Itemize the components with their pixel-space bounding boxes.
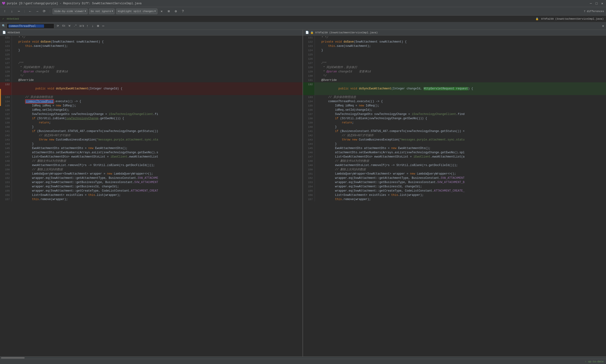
title-bar: 💜 purple [D:\gant\shangq\purple] - Repos… <box>0 0 606 7</box>
close-btn[interactable]: ✕ <box>600 2 604 5</box>
table-row: 156 List<SvwAttachment> existFiles = thi… <box>0 193 303 197</box>
table-row: 145 EwoAttachmentDto attachmentDto = new… <box>303 146 606 150</box>
help-icon[interactable]: ? <box>180 9 186 14</box>
search-word-btn[interactable]: W <box>67 24 71 28</box>
viewer-dropdown[interactable]: Side-by-side viewer ▼ <box>53 9 88 14</box>
window-title: purple [D:\gant\shangq\purple] - Reposit… <box>7 2 142 5</box>
nav-more-btn[interactable]: ⋯ <box>16 9 22 14</box>
table-row: 126 <box>303 57 606 61</box>
minimize-btn[interactable]: ─ <box>589 2 593 5</box>
table-row: 133 // 异步保存附照信息 <box>0 95 303 99</box>
status-text: ↑ up-to-date <box>585 360 604 363</box>
horizontal-scrollbar-thumb[interactable] <box>1 357 25 359</box>
right-commit-hash: 🔒 <box>536 17 539 20</box>
table-row: 150 // 删除上次同步的数据 <box>303 168 606 172</box>
search-close-btn[interactable]: ✕ <box>602 24 604 28</box>
left-file-path: 465e53e8 <box>7 31 20 34</box>
table-row: 133 // 异步保存附照信息 <box>303 95 606 99</box>
table-row: 151 LambdaQueryWrapper<SvwAttachment> wr… <box>303 172 606 176</box>
table-row: 155 wrapper.eq(SvwAttachment::getCreateT… <box>303 189 606 193</box>
table-row: 124 } <box>0 48 303 52</box>
checkmark-icon: ✓ <box>2 17 4 21</box>
viewer-label: Side-by-side viewer <box>54 10 84 13</box>
search-refresh-btn[interactable]: ⟳ <box>56 24 60 28</box>
toolbar: ↑ ↓ ⋯ | ← → ⟳ | Side-by-side viewer ▼ Do… <box>0 7 606 16</box>
table-row: 157 this.remove(wrapper); <box>303 197 606 202</box>
grid-icon[interactable]: ⊞ <box>166 9 172 14</box>
highlight-dropdown[interactable]: Highlight split changes ▼ <box>116 9 157 14</box>
table-row: 125 <box>303 52 606 57</box>
diff-container: 📄 465e53e8 121 * */ 122 private void doS… <box>0 30 606 359</box>
back-btn[interactable]: ← <box>27 9 33 14</box>
close-diff-btn[interactable]: ✕ <box>159 9 164 14</box>
table-row: 143 throw new CustomBusinessException("m… <box>303 138 606 142</box>
table-row: 151 LambdaQueryWrapper<SvwAttachment> wr… <box>0 172 303 176</box>
table-row: 130 */ <box>303 74 606 78</box>
table-row: 153 wrapper.eq(SvwAttachment::getBusines… <box>0 180 303 184</box>
search-icon: 🔍 <box>2 24 5 28</box>
app-icon: 💜 <box>2 2 5 5</box>
status-bar: ↑ up-to-date <box>0 359 606 364</box>
table-row: 140 } <box>303 125 606 129</box>
table-row: 149 ewoAttachmentDtoList.removeIf(rs -> … <box>303 163 606 168</box>
scrollbar-area[interactable] <box>0 356 606 359</box>
table-row: 135 IdReq idReq = new IdReq(); <box>0 104 303 108</box>
table-row: 130 */ <box>0 74 303 78</box>
table-row: 157 this.remove(wrapper); <box>0 197 303 202</box>
table-row: 122 private void doSave(SvwAttachment sv… <box>303 40 606 44</box>
left-panel-header: 📄 465e53e8 <box>0 30 303 36</box>
left-panel: 📄 465e53e8 121 * */ 122 private void doS… <box>0 30 303 359</box>
search-input-wrapper[interactable] <box>7 23 54 29</box>
table-row: 126 <box>0 57 303 61</box>
search-prev-btn[interactable]: ↑ <box>85 24 89 28</box>
table-row: 121 * */ <box>303 36 606 40</box>
commit-bar: ✓ 465e53e8 🔒 979fa239 (SvwAttachmentServ… <box>0 16 606 22</box>
maximize-btn[interactable]: □ <box>595 2 598 5</box>
search-case-btn[interactable]: Cc <box>61 24 67 28</box>
table-row: 145 EwoAttachmentDto attachmentDto = new… <box>0 146 303 150</box>
search-bar: 🔍 ⟳ Cc W .* 3/3 ↑ ↓ ⊞ ⋯ ✕ <box>0 22 606 30</box>
table-row: 144 } <box>0 142 303 146</box>
search-options: ⟳ Cc W .* <box>56 24 78 28</box>
right-panel: 📄 🔒 979fa239 (SvwAttachmentServiceImpl.j… <box>303 30 606 359</box>
table-row: 139 return; <box>303 121 606 125</box>
table-row: 123 this.save(svwAttachment); <box>0 44 303 48</box>
table-row: 122 private void doSave(SvwAttachment sv… <box>0 40 303 44</box>
table-row: 134 commonThreadPool.execute(() -> { <box>0 99 303 104</box>
nav-down-btn[interactable]: ↓ <box>9 9 15 14</box>
viewer-arrow-icon: ▼ <box>85 10 86 13</box>
table-row: 148 // 删除文件id为空的数据 <box>303 159 606 163</box>
nav-up-btn[interactable]: ↑ <box>2 9 8 14</box>
settings-icon[interactable]: ⚙ <box>173 9 179 14</box>
search-regex-btn[interactable]: .* <box>72 24 78 28</box>
table-row: 123 this.save(svwAttachment); <box>303 44 606 48</box>
table-row: 154 wrapper.eq(SvwAttachment::getBusines… <box>303 184 606 189</box>
forward-btn[interactable]: → <box>34 9 40 14</box>
table-row: 142 // 状态码<487才可操作 <box>0 133 303 138</box>
table-row: 147 List<EwoAttachmentDto> ewoAttachment… <box>303 155 606 159</box>
refresh-btn[interactable]: ⟳ <box>41 9 47 14</box>
highlight-arrow-icon: ▼ <box>154 10 156 13</box>
right-commit-label: 🔒 979fa239 (SvwAttachmentServiceImpl.jav… <box>310 31 378 34</box>
table-row: 131 @Override <box>303 78 606 82</box>
right-file-icon: 📄 <box>305 31 309 34</box>
search-next-btn[interactable]: ↓ <box>91 24 94 28</box>
search-options-btn[interactable]: ⋯ <box>101 23 105 28</box>
table-row: 128 * 同步EWO附件，异步执行 <box>0 65 303 69</box>
search-filter-btn[interactable]: ⊞ <box>96 23 100 28</box>
table-row: 134 commonThreadPool.execute(() -> { <box>303 99 606 104</box>
table-row: 146 attachmentDto.setEwoNumbers(Arrays.a… <box>303 150 606 155</box>
table-row: 129 * @param changeId 变更单id <box>303 69 606 74</box>
ignore-arrow-icon: ▼ <box>112 10 113 13</box>
right-diff-lines: 121 * */ 122 private void doSave(SvwAtta… <box>303 36 606 202</box>
table-row: 141 if (BusinessConstant.STATUS_487.comp… <box>0 129 303 133</box>
table-row: 150 // 删除上次同步的数据 <box>0 168 303 172</box>
search-input[interactable] <box>9 24 44 28</box>
table-row: 137 SvwTechnologyChangeDto svwTechnology… <box>0 112 303 116</box>
ignore-dropdown[interactable]: Do not ignore ▼ <box>89 9 115 14</box>
table-row: 125 <box>0 52 303 57</box>
table-row: 148 // 删除文件id为空的数据 <box>0 159 303 163</box>
table-row: 152 wrapper.eq(SvwAttachment::getAttachm… <box>0 176 303 180</box>
left-commit-hash: 465e53e8 <box>6 17 19 20</box>
table-row: 129 * @param changeId 变更单id <box>0 69 303 74</box>
